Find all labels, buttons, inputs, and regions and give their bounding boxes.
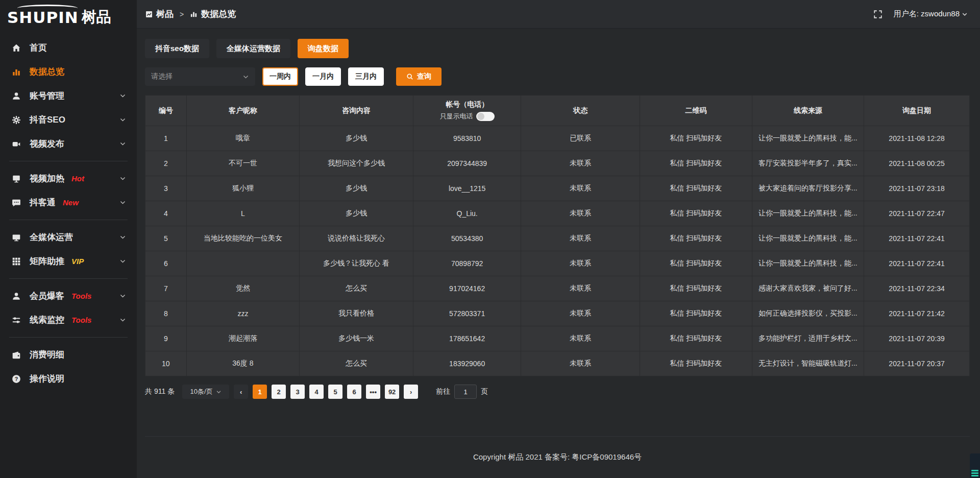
sidebar-item-首页[interactable]: 首页	[0, 36, 137, 60]
row-source-link[interactable]: 无主灯设计，智能磁吸轨道灯...	[752, 351, 864, 376]
table-row: 4L多少钱Q_Liu.未联系私信 扫码加好友让你一眼就爱上的黑科技，能...20…	[145, 201, 970, 226]
next-page-button[interactable]: ›	[404, 385, 418, 399]
screen-icon	[11, 174, 21, 184]
svg-text:?: ?	[15, 375, 18, 381]
chat-widget[interactable]	[970, 453, 980, 478]
row-id: 4	[145, 201, 187, 226]
page-button-92[interactable]: 92	[385, 385, 399, 399]
sidebar-item-数据总览[interactable]: 数据总览	[0, 60, 137, 84]
row-date: 2021-11-07 20:39	[864, 326, 970, 351]
prev-page-button[interactable]: ‹	[234, 385, 248, 399]
row-nickname: zzz	[186, 301, 299, 326]
page-button-6[interactable]: 6	[347, 385, 361, 399]
row-id: 7	[145, 276, 187, 301]
page-button-5[interactable]: 5	[328, 385, 342, 399]
row-date: 2021-11-08 00:25	[864, 151, 970, 176]
row-qr-link[interactable]: 私信 扫码加好友	[640, 326, 752, 351]
table-row: 1036度 8怎么买183929060未联系私信 扫码加好友无主灯设计，智能磁吸…	[145, 351, 970, 376]
column-content: 咨询内容	[300, 95, 413, 126]
topbar: 树品 > 数据总览 用户名: zswodun88	[137, 0, 980, 29]
table-row: 2不可一世我想问这个多少钱2097344839未联系私信 扫码加好友客厅安装投影…	[145, 151, 970, 176]
row-qr-link[interactable]: 私信 扫码加好友	[640, 276, 752, 301]
page-button-3[interactable]: 3	[290, 385, 305, 399]
logo-arc-decoration	[17, 5, 78, 12]
range-button-一周内[interactable]: 一周内	[262, 67, 298, 86]
row-status: 已联系	[521, 126, 640, 151]
column-date: 询盘日期	[864, 95, 970, 126]
query-button[interactable]: 查询	[396, 67, 442, 86]
sidebar-item-消费明细[interactable]: 消费明细	[0, 343, 137, 367]
row-qr-link[interactable]: 私信 扫码加好友	[640, 151, 752, 176]
sidebar-item-账号管理[interactable]: 账号管理	[0, 84, 137, 108]
row-qr-link[interactable]: 私信 扫码加好友	[640, 201, 752, 226]
sidebar-item-label: 抖客通	[30, 197, 56, 208]
filter-row: 请选择 一周内一月内三月内 查询	[145, 67, 970, 86]
row-source-link[interactable]: 让你一眼就爱上的黑科技，能...	[752, 251, 864, 276]
page-button-4[interactable]: 4	[309, 385, 324, 399]
sidebar-badge-vip: VIP	[71, 257, 84, 266]
sidebar-item-抖音SEO[interactable]: 抖音SEO	[0, 108, 137, 132]
row-source-link[interactable]: 让你一眼就爱上的黑科技，能...	[752, 201, 864, 226]
row-qr-link[interactable]: 私信 扫码加好友	[640, 301, 752, 326]
column-id: 编号	[145, 95, 187, 126]
phone-only-toggle[interactable]	[476, 112, 495, 121]
row-source-link[interactable]: 感谢大家喜欢我家，被问了好...	[752, 276, 864, 301]
row-source-link[interactable]: 让你一眼就爱上的黑科技，能...	[752, 126, 864, 151]
sidebar-item-label: 抖音SEO	[30, 114, 65, 126]
chevron-down-icon	[119, 258, 127, 265]
breadcrumb-current: 数据总览	[201, 8, 236, 20]
row-nickname: 潮起潮落	[186, 326, 299, 351]
sidebar-item-矩阵助推[interactable]: 矩阵助推VIP	[0, 249, 137, 273]
row-nickname: 哦章	[186, 126, 299, 151]
tab-抖音seo数据[interactable]: 抖音seo数据	[145, 39, 209, 58]
column-account-label: 帐号（电话）	[446, 100, 488, 109]
goto-page-input[interactable]	[454, 385, 477, 399]
sidebar-item-抖客通[interactable]: 抖客通New	[0, 190, 137, 214]
row-nickname: 狐小狸	[186, 176, 299, 201]
row-source-link[interactable]: 让你一眼就爱上的黑科技，能...	[752, 226, 864, 251]
bar-chart-icon	[190, 10, 198, 18]
page-ellipsis-button[interactable]: •••	[366, 385, 380, 399]
row-source-link[interactable]: 客厅安装投影半年多了，真实...	[752, 151, 864, 176]
sidebar-item-操作说明[interactable]: ?操作说明	[0, 367, 137, 391]
row-qr-link[interactable]: 私信 扫码加好友	[640, 176, 752, 201]
menu-divider	[9, 337, 128, 338]
tab-全媒体运营数据[interactable]: 全媒体运营数据	[216, 39, 290, 58]
fullscreen-icon[interactable]	[873, 10, 883, 19]
row-id: 6	[145, 251, 187, 276]
table-row: 1哦章多少钱9583810已联系私信 扫码加好友让你一眼就爱上的黑科技，能...…	[145, 126, 970, 151]
row-account: 183929060	[413, 351, 521, 376]
row-content: 多少钱	[300, 201, 413, 226]
sidebar-item-视频发布[interactable]: 视频发布	[0, 132, 137, 156]
table-row: 7觉然怎么买917024162未联系私信 扫码加好友感谢大家喜欢我家，被问了好.…	[145, 276, 970, 301]
sidebar-item-全媒体运营[interactable]: 全媒体运营	[0, 225, 137, 249]
sidebar-item-会员爆客[interactable]: 会员爆客Tools	[0, 284, 137, 308]
filter-select-placeholder: 请选择	[151, 72, 173, 81]
row-nickname: 觉然	[186, 276, 299, 301]
sidebar-item-label: 矩阵助推	[30, 255, 64, 267]
row-source-link[interactable]: 如何正确选择投影仪，买投影...	[752, 301, 864, 326]
range-button-三月内[interactable]: 三月内	[348, 67, 384, 86]
row-qr-link[interactable]: 私信 扫码加好友	[640, 226, 752, 251]
row-qr-link[interactable]: 私信 扫码加好友	[640, 126, 752, 151]
sidebar-item-label: 操作说明	[30, 373, 64, 385]
page-size-select[interactable]: 10条/页	[182, 385, 229, 399]
breadcrumb-root[interactable]: 树品	[156, 8, 174, 20]
user-menu[interactable]: 用户名: zswodun88	[894, 9, 968, 19]
row-account: 917024162	[413, 276, 521, 301]
wallet-icon	[11, 350, 21, 360]
sidebar-item-视频加热[interactable]: 视频加热Hot	[0, 166, 137, 190]
row-qr-link[interactable]: 私信 扫码加好友	[640, 251, 752, 276]
page-button-2[interactable]: 2	[272, 385, 286, 399]
page-button-1[interactable]: 1	[253, 385, 267, 399]
range-button-一月内[interactable]: 一月内	[305, 67, 341, 86]
row-source-link[interactable]: 多功能护栏灯，适用于乡村文...	[752, 326, 864, 351]
tab-询盘数据[interactable]: 询盘数据	[298, 39, 349, 58]
sidebar-item-线索监控[interactable]: 线索监控Tools	[0, 308, 137, 332]
row-source-link[interactable]: 被大家追着问的客厅投影分享...	[752, 176, 864, 201]
row-account: 50534380	[413, 226, 521, 251]
row-qr-link[interactable]: 私信 扫码加好友	[640, 351, 752, 376]
row-nickname: 当地比较能吃的一位美女	[186, 226, 299, 251]
filter-select[interactable]: 请选择	[145, 67, 255, 86]
row-content: 多少钱一米	[300, 326, 413, 351]
